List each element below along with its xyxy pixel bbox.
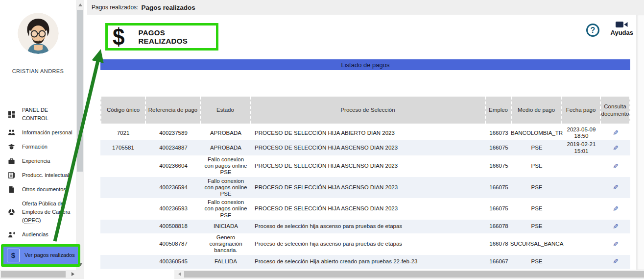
cell-codigo — [100, 269, 146, 270]
pencil-icon[interactable]: ✎ — [613, 129, 619, 137]
cell-estado: Fallo conexion con pagos online PSE — [201, 155, 251, 177]
pencil-icon[interactable]: ✎ — [613, 257, 619, 265]
avatar — [18, 13, 59, 54]
column-header: Estado — [201, 97, 251, 124]
cell-consulta: ✎ — [601, 140, 630, 155]
sidebar-item-panel-de-control[interactable]: PANEL DE CONTROL — [0, 103, 76, 126]
document-icon — [7, 186, 16, 193]
table-header-row: Código únicoReferencia de pagoEstadoProc… — [100, 97, 630, 124]
cell-codigo — [100, 220, 146, 233]
cell-codigo — [100, 155, 146, 177]
cell-estado: Fallo conexion con pagos online PSE — [201, 198, 251, 220]
sidebar-item-formacion[interactable]: Formación — [0, 140, 76, 154]
sidebar-item-label: Formación — [22, 143, 48, 151]
cell-referencia: 400236604 — [146, 155, 201, 177]
scroll-right-arrow[interactable] — [69, 270, 77, 278]
dollar-icon: $ — [113, 25, 124, 49]
cell-proceso: PROCESO DE SELECCIÓN HIJA ASCENSO DIAN 2… — [251, 140, 486, 155]
app-window: CRISTIAN ANDRES PANEL DE CONTROLInformac… — [0, 0, 644, 279]
user-name: CRISTIAN ANDRES — [0, 68, 76, 74]
cell-referencia: 400237589 — [146, 126, 201, 140]
cell-codigo: 7021 — [100, 126, 146, 140]
sidebar-item-label: Experiencia — [22, 157, 50, 165]
cell-referencia: 400234887 — [146, 140, 201, 155]
sidebar-vertical-scrollbar[interactable] — [76, 0, 84, 270]
column-header: Código único — [100, 97, 146, 124]
sidebar-horizontal-scrollbar[interactable] — [0, 270, 84, 279]
sidebar-item-ver-pagos-realizados[interactable]: $Ver pagos realizados — [1, 244, 80, 267]
sidebar-item-label: Otros documentos — [22, 185, 66, 194]
sidebar-item-label: Oferta Pública deEmpleos de Carrera (OPE… — [22, 200, 76, 225]
ayudas-button[interactable]: Ayudas — [611, 21, 633, 36]
content-area: $ PAGOS REALIZADOS ? Ayudas Listado de p… — [87, 15, 644, 270]
breadcrumb-section: Pagos realizados: — [92, 4, 138, 11]
pencil-icon[interactable]: ✎ — [613, 205, 619, 213]
table-row: 400236604Fallo conexion con pagos online… — [100, 155, 630, 177]
cell-estado: Fallo conexion con pagos online PSE — [201, 177, 251, 199]
sidebar-item-label: PANEL DE CONTROL — [22, 106, 76, 123]
sidebar-item-producc-intelectual[interactable]: Producc. intelectual — [0, 168, 76, 182]
table-body: 7021400237589APROBADAPROCESO DE SELECCIÓ… — [100, 126, 630, 270]
sidebar-item-experiencia[interactable]: Experiencia — [0, 154, 76, 168]
cell-referencia: 400236594 — [146, 177, 201, 199]
cell-medio: SUCURSAL_BANCA — [512, 233, 562, 255]
sidebar-item-informacion-personal[interactable]: Información personal — [0, 126, 76, 140]
cell-proceso: PROCESO DE SELECCIÓN HIJA ASCENSO DIAN 2… — [251, 198, 486, 220]
table-row: 400508787Genero consignación bancaria.Pr… — [100, 233, 630, 255]
cell-fecha: 2023-05-09 18:50 — [562, 126, 601, 140]
cell-consulta: ✎ — [601, 177, 630, 199]
table-row: 1705581400234887APROBADAPROCESO DE SELEC… — [100, 140, 630, 155]
table-row: 400360545FALLIDAProceso de selección Hij… — [100, 255, 630, 269]
table-row: 7021400237589APROBADAPROCESO DE SELECCIÓ… — [100, 126, 630, 140]
cell-medio: PSE — [512, 220, 562, 233]
cell-fecha: 2019-02-21 15:01 — [562, 140, 601, 155]
main-vertical-scrollbar[interactable] — [636, 15, 644, 270]
pencil-icon[interactable]: ✎ — [613, 240, 619, 248]
cell-medio: PSE — [512, 198, 562, 220]
sidebar-item-audiencias[interactable]: Audiencias — [0, 228, 76, 242]
column-header: Consulta documento — [601, 97, 630, 124]
cell-empleo: 166075 — [486, 140, 512, 155]
sidebar-horizontal-scrollbar-thumb[interactable] — [1, 271, 66, 278]
cell-empleo: 166078 — [486, 233, 512, 255]
main-horizontal-scrollbar[interactable] — [174, 270, 644, 279]
pencil-icon[interactable]: ✎ — [613, 223, 619, 230]
sidebar-vertical-scrollbar-thumb[interactable] — [77, 10, 83, 172]
sidebar-item-otros-documentos[interactable]: Otros documentos — [0, 182, 76, 197]
cell-codigo — [100, 177, 146, 199]
cell-estado: Genero consignación bancaria. — [201, 233, 251, 255]
cell-fecha — [562, 220, 601, 233]
pencil-icon[interactable]: ✎ — [613, 183, 619, 191]
cell-fecha — [562, 233, 601, 255]
help-question-icon[interactable]: ? — [586, 24, 599, 37]
payments-table: Código únicoReferencia de pagoEstadoProc… — [100, 97, 630, 270]
table-row: 400236594Fallo conexion con pagos online… — [100, 177, 630, 199]
cell-empleo: 166075 — [486, 155, 512, 177]
column-header: Medio de pago — [512, 97, 562, 124]
intellectual-icon — [7, 172, 16, 179]
sidebar-item-oferta-publica-opec[interactable]: Oferta Pública deEmpleos de Carrera (OPE… — [0, 197, 76, 228]
cell-codigo — [100, 198, 146, 220]
scroll-up-arrow[interactable] — [76, 1, 84, 9]
dollar-icon: $ — [7, 249, 20, 262]
briefcase-icon — [7, 157, 16, 165]
cell-codigo — [100, 255, 146, 269]
main-panel: Pagos realizados: Pagos realizados $ PAG… — [87, 0, 644, 270]
cell-empleo: 166075 — [486, 177, 512, 199]
cell-consulta: ✎ — [601, 198, 630, 220]
sidebar-item-label: Producc. intelectual — [22, 171, 69, 179]
scroll-left-arrow[interactable] — [175, 270, 184, 278]
cell-medio: PSE — [512, 177, 562, 199]
cell-estado: FALLIDA — [201, 255, 251, 269]
cell-codigo — [100, 233, 146, 255]
listado-de-pagos-bar: Listado de pagos — [100, 59, 630, 70]
table-row: 400508818INICIADAProceso de selección hi… — [100, 220, 630, 233]
cell-proceso: PROCESO DE SELECCIÓN HIJA ASCENSO DIAN 2… — [251, 177, 486, 199]
cell-empleo: 166067 — [486, 255, 512, 269]
column-header: Proceso de Selección — [251, 97, 486, 124]
cell-empleo: 166073 — [486, 126, 512, 140]
pencil-icon[interactable]: ✎ — [613, 162, 619, 170]
main-horizontal-scrollbar-thumb[interactable] — [184, 271, 644, 278]
cell-referencia: 400360545 — [146, 255, 201, 269]
pencil-icon[interactable]: ✎ — [613, 144, 619, 152]
